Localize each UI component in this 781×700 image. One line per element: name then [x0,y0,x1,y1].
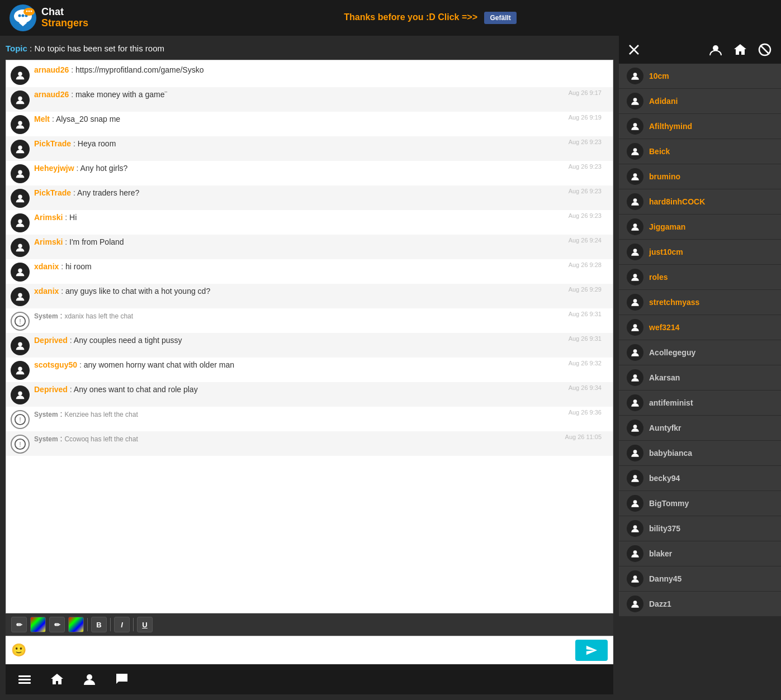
edit-btn-2[interactable]: ✏ [49,617,65,632]
sidebar-user-item[interactable]: antifeminist [619,391,781,416]
underline-btn[interactable]: U [137,617,153,632]
chat-box[interactable]: arnaud26 : https://myprofitland.com/game… [6,60,613,613]
sidebar-user-item[interactable]: Acollegeguy [619,340,781,365]
sidebar-user-item[interactable]: Dazz1 [619,592,781,617]
sidebar-username: antifeminist [649,398,693,407]
sidebar-user-item[interactable]: Jiggaman [619,215,781,240]
message-username[interactable]: Deprived [34,336,68,345]
svg-point-19 [18,293,22,297]
topic-label: Topic [6,44,27,53]
message-username[interactable]: Deprived [34,385,68,394]
sidebar-user-item[interactable]: Beick [619,139,781,164]
send-btn[interactable] [575,640,608,661]
sidebar-user-avatar [627,545,643,562]
fb-like-btn[interactable]: Gefällt [484,12,516,24]
menu-icon [17,672,32,687]
bold-btn[interactable]: B [91,617,107,632]
sidebar-username: just10cm [649,247,683,256]
svg-point-22 [18,342,22,346]
message-sep: : [77,360,84,369]
sidebar-user-item[interactable]: brumino [619,164,781,189]
message-text: I'm from Poland [69,237,124,246]
message-username[interactable]: scotsguy50 [34,360,77,369]
message-username[interactable]: System [34,435,58,443]
message-time: Aug 26 9:23 [569,163,602,170]
message-username[interactable]: xdanix [34,262,59,271]
nav-chat-btn[interactable] [114,672,130,687]
svg-point-9 [31,11,32,12]
header: Chat Strangers Thanks before you :D Clic… [0,0,781,36]
sidebar-user-item[interactable]: Adidani [619,89,781,114]
sidebar-user-item[interactable]: wef3214 [619,315,781,340]
avatar [11,115,30,134]
sidebar-user-item[interactable]: hard8inhCOCK [619,189,781,215]
sidebar-user-item[interactable]: Auntyfkr [619,416,781,441]
svg-point-54 [633,475,637,479]
avatar [11,385,30,404]
message-username[interactable]: arnaud26 [34,65,69,74]
nav-menu-btn[interactable] [17,672,32,687]
message-username[interactable]: System [34,312,58,320]
color-btn-1[interactable] [30,617,46,632]
message-username[interactable]: Melt [34,115,50,123]
message-time: Aug 26 9:34 [569,384,602,391]
sidebar-user-item[interactable]: babybianca [619,441,781,466]
sidebar-user-avatar [627,244,643,260]
message-time: Aug 26 9:17 [569,89,602,96]
chat-input[interactable] [31,646,571,655]
message-text: Any hot girls? [81,164,128,173]
sidebar-user-icon[interactable] [708,42,723,57]
sidebar-user-item[interactable]: Afilthymind [619,114,781,139]
sidebar-username: 10cm [649,72,669,80]
nav-user-btn[interactable] [82,672,97,687]
svg-point-12 [18,121,22,125]
sidebar-user-item[interactable]: Danny45 [619,566,781,592]
message-time: Aug 26 9:32 [569,360,602,366]
sidebar-user-item[interactable]: blaker [619,541,781,566]
sidebar-user-list[interactable]: 10cmAdidaniAfilthymindBeickbruminohard8i… [619,64,781,700]
message-username[interactable]: PickTrade [34,139,71,148]
message-username[interactable]: Arimski [34,237,63,246]
close-btn[interactable] [628,44,640,56]
sidebar-user-item[interactable]: becky94 [619,466,781,491]
svg-rect-30 [18,679,31,680]
sidebar-user-item[interactable]: roles [619,265,781,290]
message-username[interactable]: arnaud26 [34,90,69,99]
message-username[interactable]: PickTrade [34,188,71,197]
message-username[interactable]: Arimski [34,213,63,222]
sidebar-user-item[interactable]: stretchmyass [619,290,781,315]
logo-strangers-label: Strangers [41,18,88,29]
edit-btn[interactable]: ✏ [11,617,27,632]
avatar [11,336,30,355]
sidebar-user-item[interactable]: just10cm [619,240,781,265]
svg-point-38 [633,73,637,77]
message-time: Aug 26 9:23 [569,139,602,145]
sidebar-user-item[interactable]: BigTommy [619,491,781,516]
sidebar-top-icons [708,42,772,57]
sidebar-user-item[interactable]: Akarsan [619,365,781,391]
avatar [11,361,30,380]
message-content: PickTrade : Any traders here? [34,188,608,198]
sidebar-user-avatar [627,470,643,487]
message-username[interactable]: System [34,411,58,418]
message-username[interactable]: Heheyjwjw [34,164,74,173]
sidebar-user-item[interactable]: 10cm [619,64,781,89]
user-icon [82,672,97,687]
sidebar-username: brumino [649,172,680,181]
message-row: PickTrade : Heya roomAug 26 9:23 [6,136,613,161]
sidebar-username: hard8inhCOCK [649,197,705,206]
italic-btn[interactable]: I [114,617,130,632]
sidebar-home-icon[interactable] [733,42,747,57]
sidebar-user-item[interactable]: bility375 [619,516,781,541]
sidebar-user-avatar [627,168,643,185]
color-btn-2[interactable] [68,617,84,632]
message-username[interactable]: xdanix [34,287,59,296]
emoji-btn[interactable]: 🙂 [11,643,26,658]
chat-toolbar: ✏ ✏ B I U [6,613,613,636]
sidebar-block-icon[interactable] [758,42,772,57]
message-content: xdanix : hi room [34,261,608,272]
message-text: Heya room [78,139,116,148]
svg-point-14 [18,170,22,174]
nav-home-btn[interactable] [49,672,65,687]
sidebar-user-avatar [627,193,643,210]
